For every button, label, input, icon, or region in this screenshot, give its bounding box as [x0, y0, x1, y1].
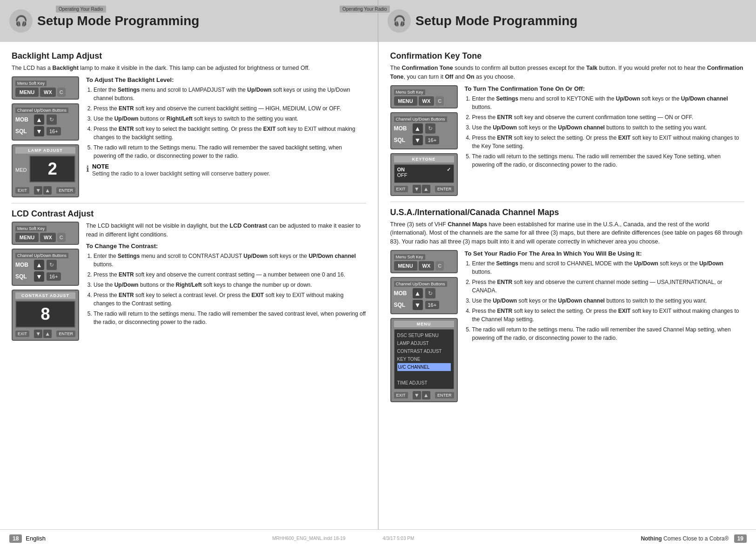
keytone-nav: ▼ ▲ — [413, 185, 430, 193]
menu-btn-menu-3[interactable]: MENU — [394, 96, 417, 106]
backlight-section-title: Backlight Lamp Adjust — [12, 51, 366, 61]
mob-refresh-btn-2[interactable]: ↻ — [47, 260, 57, 270]
channel-updown-panel-4: Channel Up/Down Buttons MOB ▲ ↻ SQL ▼ 16… — [390, 277, 458, 314]
footer-meta-right: 4/3/17 5:03 PM — [382, 536, 414, 541]
list-item: Use the Up/Down soft keys or the Up/Down… — [472, 297, 745, 305]
chanmap-nav-up[interactable]: ▲ — [422, 391, 430, 399]
contrast-nav-down[interactable]: ▼ — [34, 330, 42, 338]
footer-lang: English — [26, 535, 46, 542]
contrast-nav-up[interactable]: ▲ — [43, 330, 52, 338]
list-item: Use the Up/Down soft keys or the Up/Down… — [472, 123, 745, 132]
sql-row-2: SQL ▼ 16+ — [15, 271, 75, 282]
menu-display-panel: MENU DSC SETUP MENU LAMP ADJUST CONTRAST… — [390, 318, 458, 402]
channel-updown-label-4: Channel Up/Down Buttons — [394, 281, 447, 287]
menu-btn-wx-1[interactable]: WX — [40, 88, 56, 97]
chanmap-intro: Three (3) sets of VHF Channel Maps have … — [390, 220, 745, 246]
mob-refresh-btn-3[interactable]: ↻ — [425, 123, 435, 134]
contrast-instr-title: To Change The Contrast: — [86, 243, 366, 250]
sql-label-3: SQL — [394, 137, 410, 143]
sql-down-btn-1[interactable]: ▼ — [34, 126, 44, 136]
contrast-section-title: LCD Contrast Adjust — [12, 209, 366, 219]
backlight-devices: Menu Soft Key MENU WX C Channel Up/Down … — [12, 76, 79, 197]
contrast-devices: Menu Soft Key MENU WX C Channel Up/Down … — [12, 222, 79, 341]
menu-soft-key-label-4: Menu Soft Key — [394, 254, 425, 260]
right-page: Confirmation Key Tone The Confirmation T… — [378, 42, 756, 529]
menu-soft-key-panel-4: Menu Soft Key MENU WX C — [390, 250, 458, 273]
menu-soft-key-panel-3: Menu Soft Key MENU WX C — [390, 85, 458, 108]
menu-soft-key-panel-2: Menu Soft Key MENU WX C — [12, 222, 79, 245]
sql-row-3: SQL ▼ 16+ — [394, 135, 454, 145]
header-title-left: Setup Mode Programming — [37, 14, 199, 28]
page-header: 🎧 Setup Mode Programming Operating Your … — [0, 0, 756, 42]
contrast-intro: The LCD backlight will not be visible in… — [86, 222, 366, 239]
backlight-instr-title: To Adjust The Backlight Level: — [86, 76, 366, 83]
chanmap-nav: ▼ ▲ — [413, 391, 430, 399]
list-item: The radio will return to the settings me… — [472, 152, 745, 169]
lamp-footer: EXIT ▼ ▲ ENTER — [15, 186, 75, 195]
sql-down-btn-4[interactable]: ▼ — [413, 300, 423, 310]
menu-btn-c-4[interactable]: C — [435, 261, 444, 270]
keytone-nav-up[interactable]: ▲ — [422, 185, 430, 193]
sql-down-btn-3[interactable]: ▼ — [413, 135, 423, 145]
chanmap-nav-down[interactable]: ▼ — [413, 391, 421, 399]
list-item: Press the ENTR soft key to select the ba… — [94, 125, 366, 142]
mob-refresh-btn-4[interactable]: ↻ — [425, 288, 435, 298]
operating-badge-left: Operating Your Radio — [56, 6, 106, 13]
channel-16-4[interactable]: 16+ — [425, 301, 440, 309]
lamp-nav: ▼ ▲ — [34, 186, 52, 195]
lamp-exit-btn[interactable]: EXIT — [15, 187, 29, 194]
menu-btn-c-2[interactable]: C — [57, 233, 66, 242]
backlight-device-area: Menu Soft Key MENU WX C Channel Up/Down … — [12, 76, 366, 197]
header-title-right: Setup Mode Programming — [415, 14, 577, 28]
lamp-number: 2 — [29, 155, 75, 182]
menu-btn-c-3[interactable]: C — [435, 96, 444, 106]
list-item: Press the ENTR soft key and observe the … — [472, 278, 745, 295]
note-content: NOTE Setting the radio to a lower backli… — [92, 163, 270, 178]
channel-16-1[interactable]: 16+ — [47, 127, 61, 135]
med-label: MED — [15, 167, 27, 173]
lamp-nav-up[interactable]: ▲ — [43, 186, 52, 195]
mob-row-4: MOB ▲ ↻ — [394, 288, 454, 298]
contrast-exit-btn[interactable]: EXIT — [15, 331, 29, 337]
list-item: Press the ENTR soft key to select a cont… — [94, 291, 366, 308]
mob-up-btn-4[interactable]: ▲ — [413, 288, 423, 298]
contrast-enter-btn[interactable]: ENTER — [56, 331, 75, 337]
mob-up-btn-1[interactable]: ▲ — [34, 115, 44, 125]
menu-soft-key-label-2: Menu Soft Key — [15, 226, 47, 231]
menu-btn-wx-2[interactable]: WX — [40, 233, 56, 242]
menu-btn-menu-1[interactable]: MENU — [15, 88, 39, 97]
keytone-exit-btn[interactable]: EXIT — [394, 186, 408, 192]
channel-16-3[interactable]: 16+ — [425, 136, 440, 144]
keytone-nav-down[interactable]: ▼ — [413, 185, 421, 193]
keytone-section-title: Confirmation Key Tone — [390, 51, 745, 61]
chanmap-exit-btn[interactable]: EXIT — [394, 392, 408, 398]
keytone-intro: The Confirmation Tone sounds to confirm … — [390, 64, 745, 81]
channel-updown-label-1: Channel Up/Down Buttons — [15, 108, 68, 113]
contrast-number: 8 — [15, 301, 75, 328]
list-item: Enter the Settings menu and scroll to KE… — [472, 95, 745, 111]
menu-btn-menu-4[interactable]: MENU — [394, 261, 417, 270]
left-page-num: 18 — [9, 534, 22, 543]
operating-badge-right: Operating Your Radio — [340, 6, 390, 13]
menu-item-channel[interactable]: U/C CHANNEL — [397, 363, 451, 371]
menu-btn-wx-4[interactable]: WX — [419, 261, 435, 270]
mob-up-btn-2[interactable]: ▲ — [34, 260, 44, 270]
menu-buttons-row-3: MENU WX C — [394, 96, 454, 106]
mob-up-btn-3[interactable]: ▲ — [413, 123, 423, 134]
list-item: Use the Up/Down buttons or Right/Left so… — [94, 115, 366, 123]
chanmap-instr-list: Enter the Settings menu and scroll to CH… — [465, 259, 745, 342]
sql-down-btn-2[interactable]: ▼ — [34, 271, 44, 282]
chanmap-enter-btn[interactable]: ENTER — [435, 392, 454, 398]
lamp-nav-down[interactable]: ▼ — [34, 186, 42, 195]
mob-refresh-btn-1[interactable]: ↻ — [47, 115, 57, 125]
header-right: 🎧 Setup Mode Programming Operating Your … — [378, 0, 756, 42]
channel-updown-label-3: Channel Up/Down Buttons — [394, 116, 447, 122]
channel-updown-label-2: Channel Up/Down Buttons — [15, 253, 68, 258]
lamp-enter-btn[interactable]: ENTER — [56, 187, 75, 194]
menu-btn-menu-2[interactable]: MENU — [15, 233, 39, 242]
menu-btn-wx-3[interactable]: WX — [419, 96, 435, 106]
keytone-enter-btn[interactable]: ENTER — [435, 186, 454, 192]
menu-btn-c-1[interactable]: C — [57, 88, 66, 97]
footer-suffix: Comes Close to a Cobra® — [662, 535, 729, 542]
channel-16-2[interactable]: 16+ — [47, 272, 61, 281]
